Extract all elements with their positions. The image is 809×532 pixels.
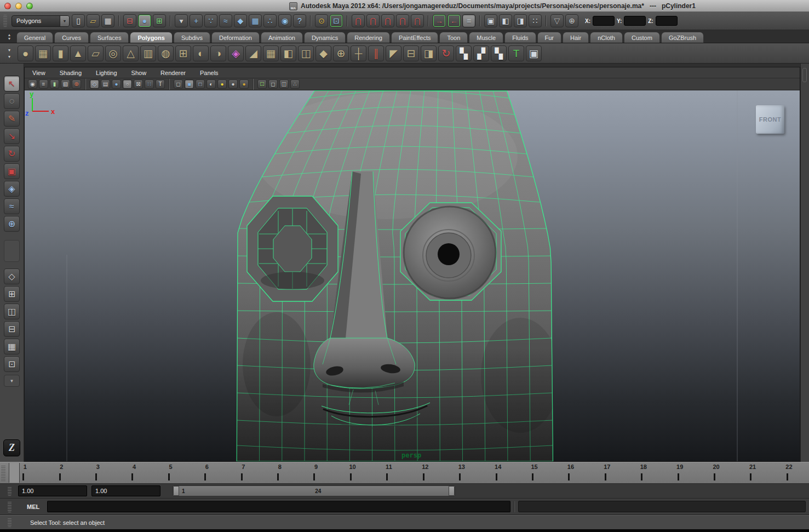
poly-cylinder-icon[interactable]: ▮ <box>53 45 68 61</box>
flat-shade-icon[interactable]: ○ <box>123 79 132 89</box>
shaded-sphere-icon[interactable]: ● <box>112 79 121 89</box>
select-tool[interactable]: ↖ <box>4 76 20 91</box>
shelf-tab-rendering[interactable]: Rendering <box>347 32 390 43</box>
range-grip[interactable] <box>8 486 12 496</box>
poly-cone-icon[interactable]: ▲ <box>70 45 86 61</box>
poly-pipe-icon[interactable]: ▥ <box>140 45 156 61</box>
last-tool-slot[interactable] <box>4 240 20 262</box>
shelf-tab-gozbrush[interactable]: GoZBrush <box>661 32 704 43</box>
poly-cube-icon[interactable]: ▦ <box>35 45 51 61</box>
menu-set-selector[interactable]: Polygons ▼ <box>12 15 70 27</box>
panel-menu-renderer[interactable]: Renderer <box>160 70 186 76</box>
poly-pyramid-icon[interactable]: △ <box>123 45 139 61</box>
persp-graph-layout[interactable]: ⊟ <box>4 321 20 337</box>
select-by-rendering-icon[interactable]: ◉ <box>278 14 291 27</box>
x-field[interactable] <box>593 16 615 26</box>
mask-dropdown-icon[interactable]: ▾ <box>175 14 188 27</box>
bounding-box-icon[interactable]: ◻ <box>174 79 183 89</box>
shelf-tab-painteffects[interactable]: PaintEffects <box>391 32 439 43</box>
default-material-icon[interactable]: ∷ <box>145 79 154 89</box>
rotate-tool[interactable]: ↻ <box>4 146 20 162</box>
bookmarks-icon[interactable]: ▮ <box>50 79 59 89</box>
save-scene-icon[interactable]: ▦ <box>101 14 114 27</box>
range-start-handle[interactable] <box>173 486 179 496</box>
new-scene-icon[interactable]: ▯ <box>72 14 85 27</box>
2d-pan-zoom-icon[interactable]: ⊕ <box>72 79 81 89</box>
snap-to-grids-icon[interactable]: ⋂ <box>352 14 365 27</box>
boolean-union-icon[interactable]: ◐ <box>193 45 209 61</box>
shelf-tab-animation[interactable]: Animation <box>261 32 303 43</box>
select-by-surfaces-icon[interactable]: ◆ <box>234 14 247 27</box>
hierarchy-mode-icon[interactable]: ⊟ <box>123 14 136 27</box>
shelf-tab-polygons[interactable]: Polygons <box>130 32 173 43</box>
make-live-icon[interactable]: ⋂ <box>411 14 424 27</box>
quadrangulate-icon[interactable]: ▦ <box>263 45 279 61</box>
goz-dragon-icon[interactable]: Z <box>3 439 20 456</box>
zoom-window-button[interactable] <box>26 3 33 9</box>
command-line-grip[interactable] <box>8 501 12 512</box>
ipr-render-icon[interactable]: ◨ <box>514 14 527 27</box>
smooth-shade-all-icon[interactable]: ■ <box>185 79 194 89</box>
use-default-material-icon[interactable]: ◐ <box>206 79 216 89</box>
select-by-points-icon[interactable]: ∵ <box>204 14 217 27</box>
mel-command-input[interactable] <box>47 501 510 512</box>
y-field[interactable] <box>624 16 646 26</box>
no-texture-icon[interactable]: ⊠ <box>134 79 143 89</box>
render-view-icon[interactable]: ▣ <box>484 14 497 27</box>
shelf-tab-custom[interactable]: Custom <box>624 32 660 43</box>
snap-input-icon[interactable]: → <box>433 14 446 27</box>
range-end-handle[interactable] <box>449 486 455 496</box>
isolate-select-icon[interactable]: ⊡ <box>257 79 267 89</box>
right-panel-collapsed-strip[interactable] <box>800 64 809 462</box>
cylindrical-mapping-icon[interactable]: ▞ <box>473 45 489 61</box>
xray-icon[interactable]: □ <box>196 79 205 89</box>
z-field[interactable] <box>656 16 678 26</box>
film-gate-icon[interactable]: ▤ <box>101 79 110 89</box>
help-line-grip[interactable] <box>8 518 12 528</box>
titlebar[interactable]: MA Autodesk Maya 2012 x64: /Users/jongam… <box>0 0 809 12</box>
paint-selection-tool[interactable]: ✎ <box>4 111 20 127</box>
wireframe-mode-icon[interactable]: ◇ <box>90 79 99 89</box>
viewport-canvas[interactable]: FRONT y x z persp <box>25 90 800 461</box>
duplicate-face-icon[interactable]: ⊞ <box>175 45 191 61</box>
component-mode-icon[interactable]: ⊞ <box>153 14 166 27</box>
split-polygon-icon[interactable]: ┼ <box>351 45 366 61</box>
select-by-deformations-icon[interactable]: ▦ <box>249 14 262 27</box>
single-perspective-icon[interactable]: ◻ <box>268 79 278 89</box>
minimize-window-button[interactable] <box>15 3 22 9</box>
render-settings-icon[interactable]: ∷ <box>529 14 542 27</box>
hypershade-persp-layout[interactable]: ▦ <box>4 339 20 354</box>
select-by-misc-icon[interactable]: ? <box>293 14 306 27</box>
persp-outliner-layout[interactable]: ◫ <box>4 304 20 319</box>
shelf-menu-arrows[interactable]: ▲▼ <box>2 33 16 41</box>
view-cube[interactable]: FRONT <box>756 105 784 134</box>
open-scene-icon[interactable]: ▱ <box>87 14 100 27</box>
poly-plane-icon[interactable]: ▱ <box>88 45 104 61</box>
shelf-tab-muscle[interactable]: Muscle <box>469 32 503 43</box>
select-by-handles-icon[interactable]: + <box>190 14 203 27</box>
render-current-frame-icon[interactable]: ◧ <box>499 14 512 27</box>
select-by-dynamics-icon[interactable]: ∴ <box>263 14 277 27</box>
select-camera-icon[interactable]: ◉ <box>28 79 37 89</box>
crease-icon[interactable]: ◤ <box>386 45 401 61</box>
text-display-icon[interactable]: T <box>156 79 165 89</box>
mirror-geometry-icon[interactable]: ◨ <box>421 45 437 61</box>
persp-multi-layout[interactable]: ⊡ <box>4 356 20 372</box>
soft-modification-tool[interactable]: ≈ <box>4 198 20 214</box>
smooth-mesh-icon[interactable]: ◈ <box>228 45 244 61</box>
playback-start-field[interactable]: 1.00 <box>18 485 87 496</box>
shelf-tab-deformation[interactable]: Deformation <box>211 32 260 43</box>
move-tool[interactable]: ↘ <box>4 128 20 144</box>
timeline-grip[interactable] <box>1 465 5 481</box>
camera-attributes-icon[interactable]: ≡ <box>39 79 48 89</box>
snap-to-points-icon[interactable]: ⋂ <box>381 14 394 27</box>
shelf-tab-surfaces[interactable]: Surfaces <box>90 32 129 43</box>
all-lights-icon[interactable]: ● <box>217 79 227 89</box>
shelf-tab-curves[interactable]: Curves <box>54 32 89 43</box>
four-pane-layout[interactable]: ⊞ <box>4 286 20 302</box>
no-lights-icon[interactable]: ● <box>228 79 238 89</box>
highlight-selection-icon[interactable]: ⊡ <box>330 14 343 27</box>
panel-menu-lighting[interactable]: Lighting <box>96 70 117 76</box>
separate-icon[interactable]: ⊟ <box>403 45 419 61</box>
close-window-button[interactable] <box>4 3 11 9</box>
